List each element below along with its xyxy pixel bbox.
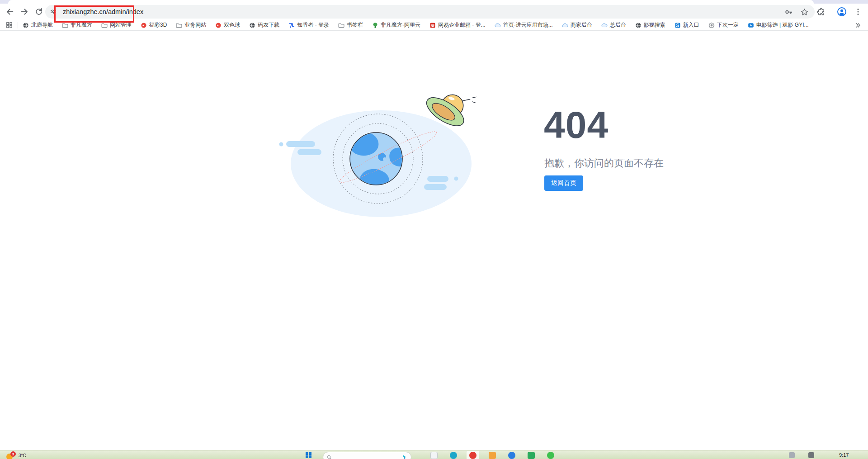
cloud-icon bbox=[495, 22, 501, 28]
folder-icon bbox=[101, 22, 108, 28]
white-app-icon[interactable] bbox=[430, 452, 438, 459]
three-dots-icon bbox=[854, 7, 863, 16]
search-icon bbox=[327, 455, 332, 459]
start-button[interactable] bbox=[306, 452, 311, 458]
bookmark-label: 书签栏 bbox=[347, 21, 363, 29]
reload-button[interactable] bbox=[32, 5, 46, 19]
bookmark-label: 网站管理 bbox=[110, 21, 132, 29]
bookmark-item[interactable]: 非凡魔方-阿里云 bbox=[372, 21, 420, 29]
bookmark-item[interactable]: 北鹿导航 bbox=[23, 21, 53, 29]
blue-s-icon bbox=[675, 22, 681, 28]
bookmark-item[interactable]: 下次一定 bbox=[708, 21, 739, 29]
double-chevron-icon bbox=[854, 22, 862, 29]
bookmark-item[interactable]: 影视搜索 bbox=[635, 21, 665, 29]
reload-icon bbox=[34, 7, 43, 16]
bookmark-item[interactable]: 首页-进云应用市场... bbox=[495, 21, 553, 29]
bookmark-item[interactable]: 知香者 - 登录 bbox=[288, 21, 329, 29]
apps-grid-button[interactable] bbox=[5, 20, 14, 30]
globe-icon bbox=[635, 22, 642, 28]
bookmark-item[interactable]: 网站管理 bbox=[101, 21, 132, 29]
bookmark-label: 影视搜索 bbox=[644, 21, 665, 29]
profile-button[interactable] bbox=[835, 5, 849, 19]
red-mail-icon bbox=[429, 22, 436, 28]
search-box-logo-icon bbox=[402, 454, 407, 459]
orange-folder-icon[interactable] bbox=[489, 452, 496, 459]
bookmark-item[interactable]: 码农下载 bbox=[249, 21, 279, 29]
taskbar-search-box[interactable] bbox=[323, 452, 411, 459]
green-tree-icon bbox=[372, 22, 378, 28]
bookmark-item[interactable]: 网易企业邮箱 - 登... bbox=[429, 21, 486, 29]
bookmark-item[interactable]: 非凡魔方 bbox=[62, 21, 92, 29]
bookmark-item[interactable]: 电影筛选 | 观影 GYI... bbox=[748, 21, 809, 29]
blue-app-icon[interactable] bbox=[508, 452, 515, 459]
forward-arrow-icon bbox=[19, 7, 29, 17]
tray-icon-2[interactable] bbox=[808, 452, 814, 458]
cloud-icon bbox=[562, 22, 568, 28]
bookmark-label: 商家后台 bbox=[571, 21, 592, 29]
site-info-icon[interactable] bbox=[49, 8, 57, 16]
bookmarks-bar: 北鹿导航非凡魔方网站管理福彩3D业务网站双色球码农下载知香者 - 登录书签栏非凡… bbox=[0, 20, 868, 31]
bookmark-label: 总后台 bbox=[610, 21, 626, 29]
bookmark-label: 福彩3D bbox=[149, 21, 167, 29]
browser-window: zhixiangzhe.cn/admin/index bbox=[0, 0, 868, 459]
extensions-button[interactable] bbox=[814, 5, 828, 19]
bookmark-label: 非凡魔方 bbox=[71, 21, 92, 29]
active-tab[interactable] bbox=[8, 0, 814, 4]
blue-logo-icon bbox=[288, 22, 295, 28]
taskbar-clock[interactable]: 9:17 bbox=[839, 452, 849, 458]
planet-illustration bbox=[271, 86, 479, 226]
taskbar-dock bbox=[430, 450, 554, 459]
weather-badge: 3 bbox=[10, 451, 16, 457]
bookmark-item[interactable]: 新入口 bbox=[675, 21, 699, 29]
bookmarks-overflow-button[interactable] bbox=[854, 22, 862, 29]
bookmark-item[interactable]: 书签栏 bbox=[338, 21, 363, 29]
url-bar[interactable]: zhixiangzhe.cn/admin/index bbox=[45, 5, 815, 19]
bookmark-label: 下次一定 bbox=[717, 21, 739, 29]
green-app-icon[interactable] bbox=[528, 452, 535, 459]
page-404: 404 抱歉，你访问的页面不存在 返回首页 bbox=[0, 31, 868, 450]
green-app2-icon[interactable] bbox=[547, 452, 554, 459]
browser-toolbar: zhixiangzhe.cn/admin/index bbox=[0, 4, 868, 20]
password-key-icon[interactable] bbox=[784, 7, 793, 17]
bookmark-label: 网易企业邮箱 - 登... bbox=[438, 21, 486, 29]
bookmark-label: 电影筛选 | 观影 GYI... bbox=[756, 21, 809, 29]
music-app-icon[interactable] bbox=[469, 452, 476, 459]
bookmark-star-icon[interactable] bbox=[800, 7, 809, 17]
weather-temp: 3°C bbox=[19, 453, 26, 458]
play-icon bbox=[748, 22, 754, 28]
system-tray bbox=[789, 452, 814, 458]
bookmark-item[interactable]: 商家后台 bbox=[562, 21, 592, 29]
bookmark-item[interactable]: 业务网站 bbox=[176, 21, 206, 29]
bookmark-item[interactable]: 福彩3D bbox=[141, 21, 167, 29]
teal-app-icon[interactable] bbox=[450, 452, 457, 459]
lottery-ball2-icon bbox=[215, 22, 222, 28]
folder-icon bbox=[176, 22, 182, 28]
gray-badge-icon bbox=[708, 22, 715, 28]
url-text[interactable]: zhixiangzhe.cn/admin/index bbox=[63, 8, 784, 15]
error-message: 抱歉，你访问的页面不存在 bbox=[544, 156, 664, 170]
weather-widget[interactable]: 3 3°C bbox=[6, 451, 26, 459]
error-code: 404 bbox=[544, 106, 609, 144]
bookmark-label: 知香者 - 登录 bbox=[297, 21, 329, 29]
folder-icon bbox=[62, 22, 68, 28]
active-app-tile[interactable] bbox=[467, 451, 479, 459]
puzzle-icon bbox=[816, 7, 826, 17]
toolbar-divider bbox=[832, 8, 832, 16]
bookmark-item[interactable]: 双色球 bbox=[215, 21, 240, 29]
bookmarks-divider bbox=[18, 22, 18, 28]
back-button[interactable] bbox=[3, 5, 17, 19]
forward-button[interactable] bbox=[17, 5, 32, 19]
taskbar: 3 3°C 9:17 bbox=[0, 450, 868, 459]
bookmark-label: 双色球 bbox=[224, 21, 240, 29]
bookmark-label: 首页-进云应用市场... bbox=[503, 21, 553, 29]
lottery-ball-icon bbox=[141, 22, 147, 28]
apps-grid-icon bbox=[5, 21, 13, 29]
bookmark-label: 业务网站 bbox=[184, 21, 206, 29]
bookmark-item[interactable]: 总后台 bbox=[601, 21, 626, 29]
bookmark-label: 非凡魔方-阿里云 bbox=[381, 21, 420, 29]
home-button[interactable]: 返回首页 bbox=[544, 175, 583, 191]
bookmark-label: 北鹿导航 bbox=[31, 21, 53, 29]
bookmarks-list: 北鹿导航非凡魔方网站管理福彩3D业务网站双色球码农下载知香者 - 登录书签栏非凡… bbox=[23, 21, 851, 29]
menu-button[interactable] bbox=[851, 5, 865, 19]
tray-icon-1[interactable] bbox=[789, 452, 795, 458]
